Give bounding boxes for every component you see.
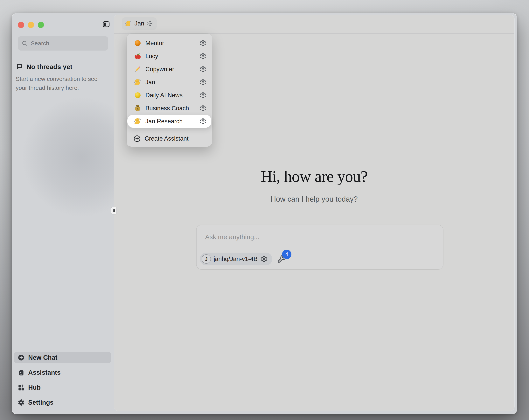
menu-item-label: Jan xyxy=(145,79,155,86)
menu-item-jan[interactable]: Jan xyxy=(127,76,211,89)
search-input[interactable]: Search xyxy=(18,36,108,51)
sidebar-item-settings[interactable]: Settings xyxy=(14,397,111,408)
sidebar-nav: New Chat Assistants Hub Settings xyxy=(14,352,111,408)
model-avatar: J xyxy=(202,254,211,264)
gear-icon[interactable] xyxy=(147,21,153,27)
money-bag-emoji-icon xyxy=(134,104,142,112)
menu-divider xyxy=(127,130,212,130)
assistant-selector-button[interactable]: Jan xyxy=(122,17,157,30)
apple-emoji-icon xyxy=(134,52,142,60)
sidebar-resize-handle[interactable] xyxy=(111,207,117,215)
greeting: Hi, how are you? How can I help you toda… xyxy=(114,168,515,203)
gear-icon[interactable] xyxy=(200,66,206,72)
window-controls xyxy=(18,22,44,28)
nav-item-label: New Chat xyxy=(28,354,57,361)
main-header: Jan xyxy=(114,15,515,34)
model-name: janhq/Jan-v1-4B xyxy=(214,256,258,262)
gear-icon[interactable] xyxy=(261,256,267,262)
tools-count-badge: 4 xyxy=(282,250,291,259)
menu-item-label: Lucy xyxy=(145,53,158,60)
close-window-button[interactable] xyxy=(18,22,24,28)
menu-item-copywriter[interactable]: Copywriter xyxy=(127,63,211,76)
zoom-window-button[interactable] xyxy=(38,22,44,28)
main-panel: Jan Mentor Lucy Copywriter xyxy=(114,15,515,411)
greeting-title: Hi, how are you? xyxy=(114,168,515,185)
gear-icon[interactable] xyxy=(200,118,206,125)
tools-button[interactable]: 4 xyxy=(277,254,286,264)
menu-item-lucy[interactable]: Lucy xyxy=(127,50,211,63)
composer-placeholder: Ask me anything... xyxy=(205,233,260,241)
wave-emoji-icon xyxy=(134,117,142,125)
menu-item-label: Copywriter xyxy=(145,66,174,73)
composer-toolbar: J janhq/Jan-v1-4B 4 xyxy=(200,253,286,265)
pencil-emoji-icon xyxy=(134,65,142,73)
assistant-menu: Mentor Lucy Copywriter Jan Daily AI News xyxy=(127,34,212,147)
empty-state-description: Start a new conversation to see your thr… xyxy=(16,74,107,92)
create-assistant-label: Create Assistant xyxy=(145,135,189,142)
grip-dots-icon xyxy=(112,208,116,213)
search-placeholder: Search xyxy=(31,40,49,47)
search-icon xyxy=(22,40,28,46)
sidebar: Search No threads yet Start a new conver… xyxy=(12,13,114,414)
menu-item-label: Mentor xyxy=(145,40,164,47)
gear-icon[interactable] xyxy=(200,53,206,59)
gear-icon[interactable] xyxy=(200,79,206,86)
nav-item-label: Hub xyxy=(28,384,41,391)
minimize-window-button[interactable] xyxy=(28,22,34,28)
sidebar-item-assistants[interactable]: Assistants xyxy=(14,367,111,378)
menu-item-business-coach[interactable]: Business Coach xyxy=(127,102,211,115)
orange-circle-emoji-icon xyxy=(134,39,142,47)
menu-item-mentor[interactable]: Mentor xyxy=(127,37,211,50)
menu-item-label: Daily AI News xyxy=(145,92,183,99)
menu-item-daily-ai-news[interactable]: Daily AI News xyxy=(127,89,211,102)
plus-circle-icon xyxy=(133,135,141,142)
gear-icon[interactable] xyxy=(200,105,206,112)
yellow-circle-emoji-icon xyxy=(134,91,142,99)
app-window: Search No threads yet Start a new conver… xyxy=(12,13,517,414)
sidebar-item-hub[interactable]: Hub xyxy=(14,382,111,393)
menu-item-label: Jan Research xyxy=(145,118,183,125)
gear-icon xyxy=(18,399,25,406)
assistant-selector-label: Jan xyxy=(134,20,144,27)
menu-item-label: Business Coach xyxy=(145,105,189,112)
squares-plus-icon xyxy=(18,384,25,391)
empty-state-title: No threads yet xyxy=(26,63,72,71)
menu-item-jan-research[interactable]: Jan Research xyxy=(127,115,211,128)
chat-bubble-icon xyxy=(16,63,23,71)
chat-composer[interactable]: Ask me anything... J janhq/Jan-v1-4B 4 xyxy=(196,225,443,270)
assistants-clipboard-icon xyxy=(18,369,25,376)
create-assistant-button[interactable]: Create Assistant xyxy=(127,133,211,145)
nav-item-label: Assistants xyxy=(28,369,61,376)
nav-item-label: Settings xyxy=(28,399,53,406)
wave-emoji-icon xyxy=(125,20,132,27)
greeting-subtitle: How can I help you today? xyxy=(114,195,515,203)
plus-circle-icon xyxy=(18,354,25,361)
sidebar-item-new-chat[interactable]: New Chat xyxy=(14,352,111,363)
wave-emoji-icon xyxy=(134,78,142,86)
gear-icon[interactable] xyxy=(200,92,206,99)
threads-empty-state: No threads yet Start a new conversation … xyxy=(16,63,107,92)
toggle-sidebar-button[interactable] xyxy=(102,20,110,28)
model-selector-button[interactable]: J janhq/Jan-v1-4B xyxy=(200,253,272,265)
gear-icon[interactable] xyxy=(200,40,206,46)
sidebar-toggle-icon xyxy=(102,20,110,28)
